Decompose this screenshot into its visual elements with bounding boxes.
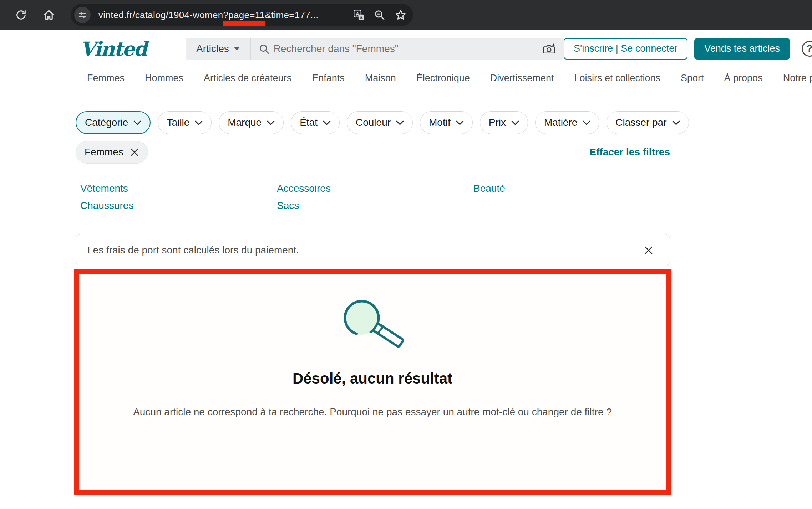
nav-item-createurs[interactable]: Articles de créateurs (204, 73, 291, 84)
url-prefix: vinted.fr/catalog/1904-women (98, 10, 223, 21)
shipping-info-banner: Les frais de port sont calculés lors du … (76, 234, 670, 266)
empty-state-title: Désolé, aucun résultat (293, 370, 452, 387)
url-text: vinted.fr/catalog/1904-women?page=11&tim… (98, 10, 319, 21)
search-icon (259, 43, 269, 54)
banner-close-icon[interactable] (643, 245, 654, 256)
chevron-down-icon (583, 120, 590, 125)
chip-label: État (300, 117, 318, 128)
chip-label: Prix (489, 117, 506, 128)
selected-filter-chip-femmes[interactable]: Femmes (76, 141, 148, 164)
nav-item-femmes[interactable]: Femmes (87, 73, 125, 84)
dropdown-triangle-icon (234, 47, 240, 51)
chip-label: Taille (167, 117, 189, 128)
vinted-logo[interactable]: Vinted (80, 37, 127, 60)
search-bar: Articles (186, 38, 564, 60)
no-results-magnifier-icon (336, 300, 409, 350)
chip-label: Motif (429, 117, 451, 128)
catalog-content: Catégorie Taille Marque État Couleur Mot… (76, 111, 670, 266)
category-link-sacs[interactable]: Sacs (277, 200, 299, 211)
filter-chip-classer-par[interactable]: Classer par (607, 111, 689, 134)
chevron-down-icon (511, 120, 519, 125)
filter-chip-prix[interactable]: Prix (480, 111, 528, 134)
banner-text: Les frais de port sont calculés lors du … (87, 245, 299, 256)
chevron-down-icon (323, 120, 331, 125)
chevron-down-icon (456, 120, 464, 125)
chevron-down-icon (133, 120, 141, 125)
chip-label: Marque (228, 117, 262, 128)
reload-icon[interactable] (15, 9, 27, 21)
browser-toolbar: vinted.fr/catalog/1904-women?page=11&tim… (0, 0, 812, 30)
nav-item-notre-plateforme[interactable]: Notre plat (783, 73, 812, 84)
filter-chip-categorie[interactable]: Catégorie (76, 111, 151, 134)
help-icon[interactable]: ? (802, 41, 812, 57)
category-link-chaussures[interactable]: Chaussures (80, 200, 133, 211)
nav-item-loisirs[interactable]: Loisirs et collections (574, 73, 660, 84)
translate-icon[interactable]: A (353, 9, 365, 21)
address-bar[interactable]: vinted.fr/catalog/1904-women?page=11&tim… (71, 4, 413, 26)
main-navigation: Femmes Hommes Articles de créateurs Enfa… (0, 67, 812, 89)
header-actions: S'inscrire | Se connecter Vends tes arti… (564, 38, 812, 60)
chevron-down-icon (396, 120, 404, 125)
chevron-down-icon (267, 120, 275, 125)
remove-filter-x-icon[interactable] (130, 148, 139, 157)
selected-filter-row: Femmes Effacer les filtres (76, 141, 670, 164)
sell-items-button[interactable]: Vends tes articles (694, 38, 790, 60)
filter-chip-taille[interactable]: Taille (158, 111, 212, 134)
url-suffix: &time=177... (265, 10, 318, 21)
search-input[interactable] (274, 43, 543, 55)
nav-item-sport[interactable]: Sport (681, 73, 704, 84)
divider (76, 225, 670, 225)
search-scope-label: Articles (196, 43, 229, 55)
filter-chip-couleur[interactable]: Couleur (347, 111, 413, 134)
nav-item-electronique[interactable]: Électronique (416, 73, 470, 84)
empty-state-description: Aucun article ne correspond à ta recherc… (133, 406, 612, 418)
filter-chip-motif[interactable]: Motif (420, 111, 473, 134)
nav-item-maison[interactable]: Maison (365, 73, 396, 84)
chip-label: Matière (544, 117, 577, 128)
zoom-icon[interactable] (374, 9, 385, 21)
url-page-param: ?page=11 (223, 10, 265, 20)
category-link-vetements[interactable]: Vêtements (80, 183, 128, 194)
annotation-red-box: Désolé, aucun résultat Aucun article ne … (74, 269, 671, 495)
chevron-down-icon (195, 120, 203, 125)
annotation-red-underline (223, 21, 266, 26)
filter-chip-row: Catégorie Taille Marque État Couleur Mot… (76, 111, 670, 134)
signup-login-button[interactable]: S'inscrire | Se connecter (564, 38, 687, 60)
site-header: Vinted Articles S'inscrire | Se connecte… (0, 30, 812, 67)
bookmark-star-icon[interactable] (395, 9, 407, 21)
category-links: Vêtements Accessoires Beauté Chaussures … (76, 172, 670, 225)
search-scope-dropdown[interactable]: Articles (186, 38, 250, 60)
chip-label: Femmes (85, 146, 123, 158)
search-divider (250, 38, 251, 60)
chip-label: Couleur (356, 117, 391, 128)
category-link-beaute[interactable]: Beauté (473, 183, 505, 194)
filter-chip-matiere[interactable]: Matière (535, 111, 599, 134)
chip-label: Classer par (615, 117, 666, 128)
url-page-param-wrap: ?page=11 (223, 10, 265, 21)
camera-icon[interactable] (543, 43, 556, 55)
nav-item-enfants[interactable]: Enfants (312, 73, 345, 84)
chevron-down-icon (672, 120, 680, 125)
nav-item-divertissement[interactable]: Divertissement (490, 73, 554, 84)
nav-item-hommes[interactable]: Hommes (145, 73, 183, 84)
chip-label: Catégorie (85, 117, 128, 128)
clear-filters-link[interactable]: Effacer les filtres (589, 146, 670, 158)
filter-chip-marque[interactable]: Marque (219, 111, 284, 134)
category-link-accessoires[interactable]: Accessoires (277, 183, 331, 194)
home-icon[interactable] (43, 9, 55, 21)
site-info-icon[interactable] (74, 7, 91, 23)
nav-item-apropos[interactable]: À propos (724, 73, 763, 84)
filter-chip-etat[interactable]: État (291, 111, 340, 134)
